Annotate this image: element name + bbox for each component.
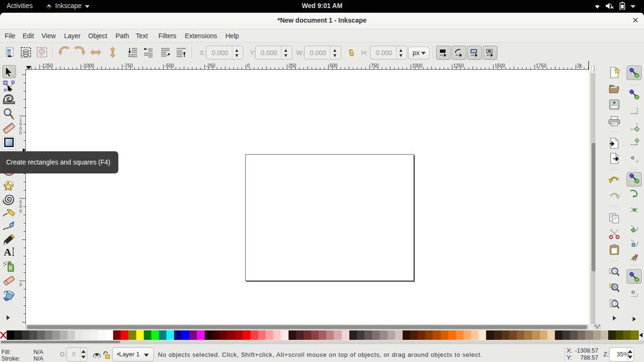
svg-text:1: 1	[593, 66, 595, 71]
svg-text:1250: 1250	[454, 63, 464, 68]
svg-text:-1250: -1250	[41, 63, 53, 68]
svg-text:0: 0	[19, 209, 22, 214]
svg-text:-1000: -1000	[82, 63, 94, 68]
svg-text:1000: 1000	[412, 63, 423, 68]
svg-text:-500: -500	[165, 63, 174, 68]
svg-text:A: A	[4, 246, 11, 257]
svg-text:-250: -250	[206, 63, 215, 68]
svg-text:0: 0	[19, 131, 22, 136]
svg-text:-750: -750	[124, 63, 133, 68]
svg-text:1500: 1500	[495, 63, 505, 68]
svg-text:1750: 1750	[536, 63, 547, 68]
svg-text:0: 0	[19, 282, 22, 288]
svg-text:0: 0	[247, 63, 250, 68]
